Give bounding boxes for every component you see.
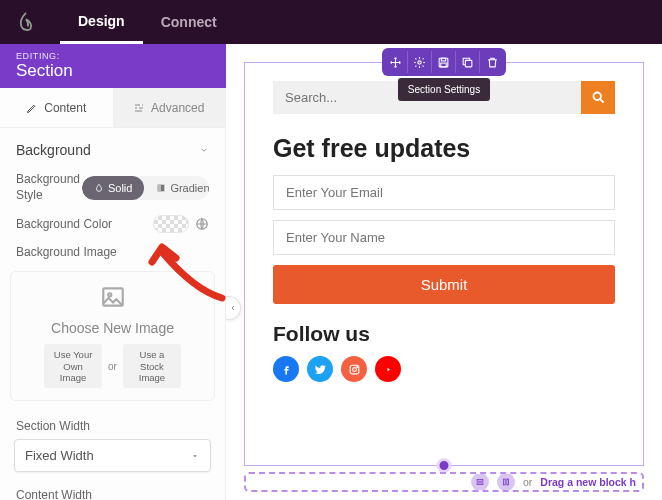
svg-rect-8 bbox=[441, 63, 446, 67]
svg-point-4 bbox=[108, 293, 111, 296]
image-icon bbox=[98, 284, 128, 310]
svg-point-13 bbox=[356, 366, 357, 367]
nav-tab-connect[interactable]: Connect bbox=[143, 0, 235, 44]
top-nav: Design Connect bbox=[0, 0, 662, 44]
instagram-button[interactable] bbox=[341, 356, 367, 382]
svg-point-10 bbox=[593, 93, 601, 101]
submit-button[interactable]: Submit bbox=[273, 265, 615, 304]
droplet-icon bbox=[94, 183, 104, 193]
move-icon bbox=[389, 56, 402, 69]
youtube-button[interactable] bbox=[375, 356, 401, 382]
svg-rect-16 bbox=[503, 479, 505, 485]
section-resize-handle[interactable] bbox=[437, 458, 452, 473]
svg-rect-14 bbox=[477, 480, 483, 482]
toolbar-tooltip: Section Settings bbox=[398, 78, 490, 101]
copy-icon bbox=[461, 56, 474, 69]
editing-label: EDITING: bbox=[16, 51, 73, 61]
svg-rect-15 bbox=[477, 483, 483, 485]
globe-icon[interactable] bbox=[195, 217, 209, 231]
color-swatch[interactable] bbox=[153, 215, 189, 233]
facebook-button[interactable] bbox=[273, 356, 299, 382]
drop-col-button[interactable] bbox=[497, 473, 515, 491]
dropzone-text: Drag a new block h bbox=[540, 476, 636, 488]
bg-color-row: Background Color bbox=[0, 209, 225, 239]
save-icon bbox=[437, 56, 450, 69]
panel-tab-advanced[interactable]: Advanced bbox=[113, 88, 226, 127]
panel-tab-content[interactable]: Content bbox=[0, 88, 113, 127]
use-own-image-button[interactable]: Use Your Own Image bbox=[44, 344, 102, 388]
sliders-icon bbox=[133, 102, 145, 114]
background-title: Background bbox=[16, 142, 91, 158]
canvas: Section Settings Get free updates Submit… bbox=[226, 44, 662, 500]
content-width-label: Content Width bbox=[0, 482, 225, 500]
toolbar-settings-button[interactable] bbox=[408, 51, 432, 73]
section-frame[interactable]: Get free updates Submit Follow us bbox=[244, 62, 644, 466]
toolbar-save-button[interactable] bbox=[432, 51, 456, 73]
section-width-dropdown[interactable]: Fixed Width bbox=[14, 439, 211, 472]
bg-color-label: Background Color bbox=[16, 217, 112, 231]
bg-image-row: Background Image bbox=[0, 239, 225, 265]
image-picker: Choose New Image Use Your Own Image or U… bbox=[10, 271, 215, 401]
facebook-icon bbox=[280, 363, 293, 376]
svg-rect-9 bbox=[465, 60, 472, 67]
section-width-label: Section Width bbox=[0, 413, 225, 437]
background-accordion[interactable]: Background bbox=[0, 128, 225, 166]
bg-style-solid[interactable]: Solid bbox=[82, 176, 144, 200]
choose-image-label: Choose New Image bbox=[19, 320, 206, 336]
app-logo bbox=[12, 8, 40, 36]
trash-icon bbox=[486, 56, 499, 69]
gear-icon bbox=[413, 56, 426, 69]
youtube-icon bbox=[382, 363, 395, 376]
image-or: or bbox=[108, 361, 117, 372]
email-field[interactable] bbox=[273, 175, 615, 210]
drop-zone[interactable]: or Drag a new block h bbox=[244, 472, 644, 492]
twitter-button[interactable] bbox=[307, 356, 333, 382]
search-button[interactable] bbox=[581, 81, 615, 114]
section-width-value: Fixed Width bbox=[25, 448, 94, 463]
social-row bbox=[273, 356, 615, 382]
caret-down-icon bbox=[190, 451, 200, 461]
panel-tab-advanced-label: Advanced bbox=[151, 101, 204, 115]
panel-tab-content-label: Content bbox=[44, 101, 86, 115]
bg-style-toggle: Solid Gradient bbox=[82, 176, 209, 200]
chevron-left-icon bbox=[229, 304, 237, 312]
pencil-icon bbox=[26, 102, 38, 114]
svg-rect-7 bbox=[441, 58, 445, 61]
toolbar-delete-button[interactable] bbox=[480, 51, 504, 73]
gradient-icon bbox=[156, 183, 166, 193]
svg-point-12 bbox=[352, 367, 356, 371]
toolbar-move-button[interactable] bbox=[384, 51, 408, 73]
bg-style-label: Background Style bbox=[16, 172, 82, 203]
section-toolbar: Section Settings bbox=[382, 48, 506, 101]
search-icon bbox=[591, 90, 606, 105]
instagram-icon bbox=[348, 363, 361, 376]
rows-icon bbox=[475, 477, 485, 487]
twitter-icon bbox=[314, 363, 327, 376]
drop-row-button[interactable] bbox=[471, 473, 489, 491]
toolbar-duplicate-button[interactable] bbox=[456, 51, 480, 73]
svg-point-5 bbox=[418, 60, 421, 63]
bg-image-label: Background Image bbox=[16, 245, 117, 259]
chevron-down-icon bbox=[199, 145, 209, 155]
heading-follow: Follow us bbox=[273, 322, 615, 346]
heading-updates: Get free updates bbox=[273, 134, 615, 163]
sidebar: Content Advanced Background Background S… bbox=[0, 88, 226, 500]
editing-section: Section bbox=[16, 61, 73, 81]
svg-rect-1 bbox=[158, 184, 161, 191]
nav-tab-design[interactable]: Design bbox=[60, 0, 143, 44]
dropzone-or: or bbox=[523, 476, 532, 488]
columns-icon bbox=[501, 477, 511, 487]
bg-style-row: Background Style Solid Gradient bbox=[0, 166, 225, 209]
bg-style-gradient[interactable]: Gradient bbox=[144, 176, 209, 200]
name-field[interactable] bbox=[273, 220, 615, 255]
svg-rect-17 bbox=[507, 479, 509, 485]
use-stock-image-button[interactable]: Use a Stock Image bbox=[123, 344, 181, 388]
